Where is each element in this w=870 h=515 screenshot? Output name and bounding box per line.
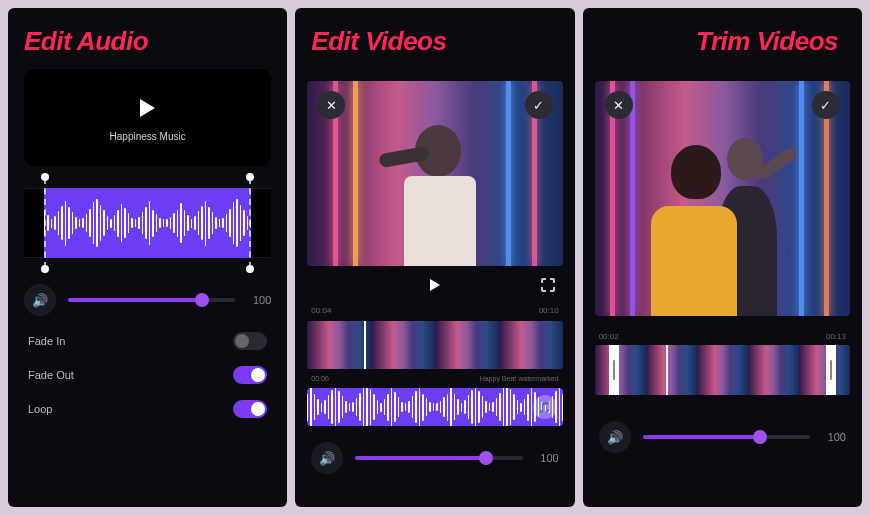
- fullscreen-icon[interactable]: [541, 278, 555, 292]
- track-name: Happiness Music: [110, 131, 186, 142]
- screen-edit-videos: Edit Videos ✕ ✓ 00:04 00:10 00:06: [295, 8, 574, 507]
- video-timeline[interactable]: [307, 321, 562, 369]
- volume-row: 🔊 100: [8, 284, 287, 316]
- screen-title: Edit Audio: [8, 8, 287, 69]
- video-preview: [307, 81, 562, 266]
- trim-handle-right[interactable]: [249, 178, 251, 268]
- volume-value: 100: [535, 452, 559, 464]
- volume-slider[interactable]: [643, 435, 810, 439]
- volume-icon[interactable]: 🔊: [311, 442, 343, 474]
- fade-in-toggle[interactable]: [233, 332, 267, 350]
- close-icon[interactable]: ✕: [605, 91, 633, 119]
- time-end: 00:10: [539, 306, 559, 315]
- loop-toggle[interactable]: [233, 400, 267, 418]
- confirm-icon[interactable]: ✓: [525, 91, 553, 119]
- fade-out-toggle[interactable]: [233, 366, 267, 384]
- fade-out-row: Fade Out: [8, 366, 287, 384]
- time-end: 00:13: [826, 332, 846, 341]
- trim-timeline[interactable]: [595, 345, 850, 395]
- volume-icon[interactable]: 🔊: [24, 284, 56, 316]
- screen-edit-audio: Edit Audio Happiness Music 🔊 100 Fade In…: [8, 8, 287, 507]
- waveform-track[interactable]: [24, 188, 271, 258]
- volume-row: 🔊 100: [295, 442, 574, 474]
- confirm-icon[interactable]: ✓: [812, 91, 840, 119]
- volume-slider[interactable]: [355, 456, 522, 460]
- playhead-time: 00:06: [311, 375, 329, 382]
- time-start: 00:02: [599, 332, 619, 341]
- audio-preview-card: Happiness Music: [24, 69, 271, 166]
- screen-title: Edit Videos: [295, 8, 574, 69]
- screen-trim-videos: Trim Videos ✕ ✓ 00:02 00:13 🔊: [583, 8, 862, 507]
- fade-out-label: Fade Out: [28, 369, 74, 381]
- screen-title: Trim Videos: [583, 8, 862, 69]
- volume-slider[interactable]: [68, 298, 235, 302]
- timeline-times: 00:04 00:10: [295, 304, 574, 317]
- playback-controls: [295, 266, 574, 304]
- volume-value: 100: [247, 294, 271, 306]
- fade-in-row: Fade In: [8, 332, 287, 350]
- volume-value: 100: [822, 431, 846, 443]
- volume-row: 🔊 100: [583, 421, 862, 453]
- loop-label: Loop: [28, 403, 52, 415]
- play-icon[interactable]: [430, 279, 440, 291]
- trim-handle-left[interactable]: [609, 345, 619, 395]
- trim-handle-left[interactable]: [44, 178, 46, 268]
- loop-row: Loop: [8, 400, 287, 418]
- volume-icon[interactable]: 🔊: [599, 421, 631, 453]
- fade-in-label: Fade In: [28, 335, 65, 347]
- audio-name: Happy Beat watermarked: [480, 375, 559, 382]
- play-icon[interactable]: [140, 99, 155, 117]
- time-start: 00:04: [311, 306, 331, 315]
- video-preview: [595, 81, 850, 316]
- trim-handle-right[interactable]: [826, 345, 836, 395]
- audio-menu-icon[interactable]: 🎵: [533, 395, 557, 419]
- timeline-times: 00:02 00:13: [583, 330, 862, 343]
